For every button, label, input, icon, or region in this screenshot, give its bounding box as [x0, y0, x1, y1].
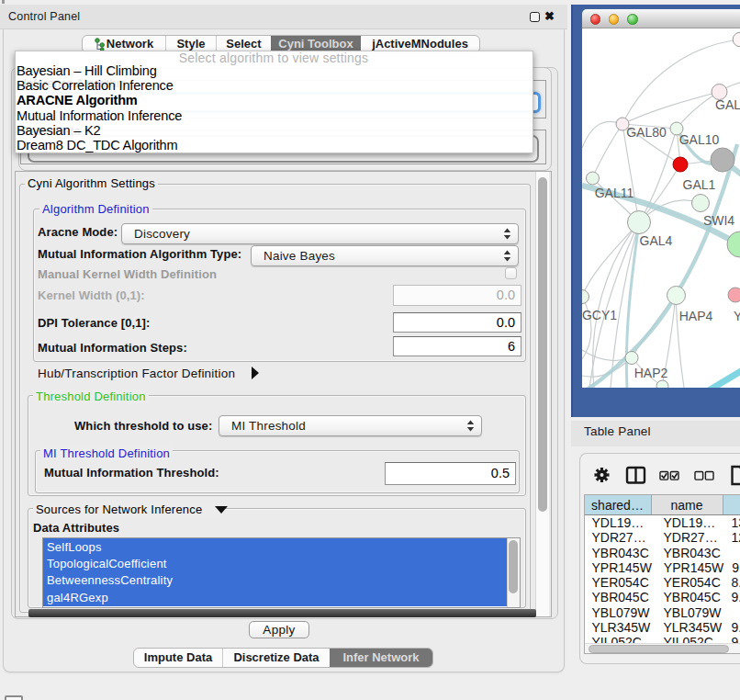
svg-text:GAL7: GAL7	[715, 97, 740, 112]
svg-text:HAP2: HAP2	[634, 366, 668, 380]
svg-text:GAL80: GAL80	[626, 125, 667, 140]
svg-text:YE: YE	[734, 309, 740, 323]
svg-text:GCY1: GCY1	[582, 308, 617, 322]
svg-text:GAL10: GAL10	[679, 132, 720, 147]
svg-text:GAL4: GAL4	[640, 233, 673, 248]
svg-text:GAL11: GAL11	[595, 186, 634, 200]
svg-text:HAP4: HAP4	[679, 309, 713, 323]
svg-text:SWI4: SWI4	[703, 213, 734, 228]
svg-text:GAL1: GAL1	[683, 177, 716, 192]
